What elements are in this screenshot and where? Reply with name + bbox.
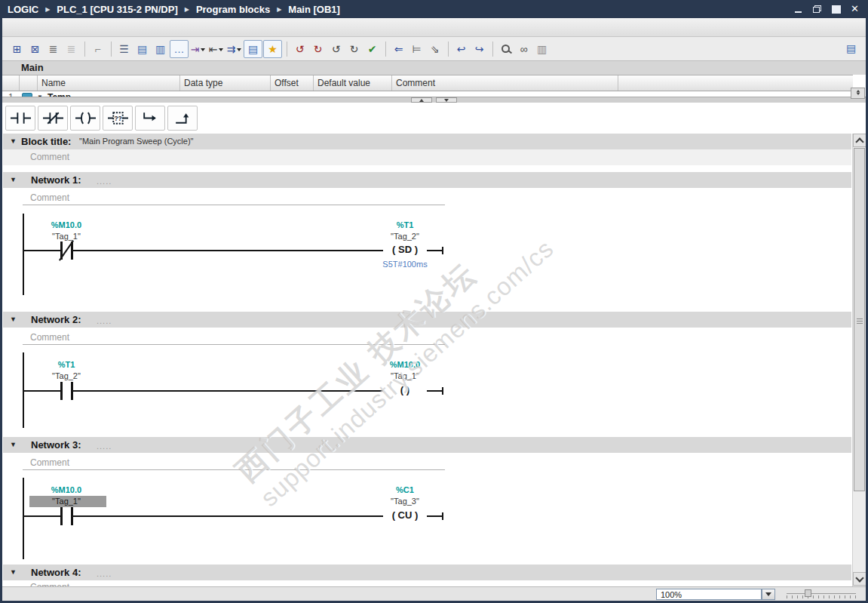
collapse-triangle-icon[interactable]: ▼: [10, 137, 17, 145]
editor-layout-icon[interactable]: ▤: [842, 40, 860, 57]
breadcrumb-item-program-blocks[interactable]: Program blocks: [196, 4, 270, 15]
zoom-dropdown-button[interactable]: [762, 589, 775, 600]
network-comments-icon[interactable]: ▤: [133, 41, 151, 57]
collapse-triangle-icon[interactable]: ▼: [10, 176, 17, 183]
insert-nc-contact-button[interactable]: [38, 106, 68, 131]
toolbar-right: ▤: [842, 40, 860, 57]
update-block-call-icon[interactable]: ↺: [327, 41, 345, 57]
network-2-title-placeholder[interactable]: .....: [97, 316, 112, 325]
network-2-header[interactable]: ▼ Network 2: .....: [3, 312, 851, 328]
operand-tag[interactable]: "Tag_3": [360, 497, 450, 506]
insert-no-contact-button[interactable]: [5, 106, 35, 131]
network-1-header[interactable]: ▼ Network 1: .....: [3, 172, 851, 188]
no-contact-tag2[interactable]: [60, 382, 73, 400]
delete-row-icon[interactable]: ≣: [63, 41, 80, 57]
favorites-star-icon[interactable]: ★: [263, 40, 282, 58]
insert-row-icon[interactable]: ≣: [44, 41, 62, 57]
operand-tag[interactable]: "Tag_2": [21, 371, 112, 380]
splitter-collapse-button[interactable]: [411, 97, 432, 103]
collapse-triangle-icon[interactable]: ▼: [10, 441, 17, 448]
free-comment-icon[interactable]: …: [170, 40, 189, 58]
no-contact-tag1[interactable]: [60, 507, 73, 525]
network-4-header[interactable]: ▼ Network 4: .....: [3, 565, 851, 580]
scrollbar-thumb[interactable]: [854, 148, 865, 491]
header-offset[interactable]: Offset: [270, 75, 313, 91]
insert-block-mid-icon[interactable]: ⇤: [207, 41, 225, 57]
breadcrumb-item-plc[interactable]: PLC_1 [CPU 315-2 PN/DP]: [57, 4, 177, 15]
insert-block-right-icon[interactable]: ⇉: [225, 41, 243, 57]
operand-address[interactable]: %T1: [21, 360, 112, 369]
output-coil[interactable]: ( ): [383, 384, 427, 396]
operand-tag[interactable]: "Tag_1": [360, 371, 450, 380]
splitter-expand-button[interactable]: [436, 97, 457, 103]
block-title-row[interactable]: ▼ Block title: "Main Program Sweep (Cycl…: [3, 134, 851, 149]
zoom-level-combo[interactable]: 100%: [656, 589, 762, 600]
header-default-value[interactable]: Default value: [313, 75, 391, 91]
operand-address[interactable]: %M10.0: [21, 485, 112, 494]
table-editor-splitter[interactable]: [2, 97, 866, 103]
operand-address[interactable]: %C1: [360, 485, 450, 494]
reset-start-values-icon[interactable]: ⌐: [89, 41, 106, 57]
zoom-slider[interactable]: [787, 589, 856, 600]
delete-network-icon[interactable]: ⊠: [26, 41, 44, 57]
header-data-type[interactable]: Data type: [179, 75, 270, 91]
close-branch-button[interactable]: [167, 106, 198, 131]
absolute-operands-icon[interactable]: ☰: [115, 41, 133, 57]
minimize-button[interactable]: [791, 3, 805, 15]
network-1-title-placeholder[interactable]: .....: [97, 177, 112, 186]
maximize-button[interactable]: [829, 3, 843, 15]
collapse-triangle-icon[interactable]: ▼: [10, 568, 17, 576]
sd-coil[interactable]: ( SD ): [383, 244, 427, 256]
block-comment-placeholder[interactable]: Comment: [30, 152, 69, 162]
network-2-comment-placeholder[interactable]: Comment: [30, 332, 69, 343]
next-point-of-use-icon[interactable]: ↪: [471, 41, 488, 57]
spectacles-monitor-icon[interactable]: ∞: [515, 41, 532, 57]
operand-address[interactable]: %M10.0: [21, 220, 112, 229]
insert-block-left-icon[interactable]: ⇥: [189, 41, 207, 57]
insert-empty-box-button[interactable]: ??: [103, 106, 133, 131]
operand-tag[interactable]: "Tag_1": [21, 232, 112, 241]
close-button[interactable]: ✕: [848, 3, 862, 15]
cu-coil[interactable]: ( CU ): [383, 509, 427, 521]
header-comment[interactable]: Comment: [391, 75, 618, 91]
insert-network-icon[interactable]: ⊞: [8, 41, 26, 57]
call-environment-icon[interactable]: ⇘: [426, 41, 443, 57]
compile-icon[interactable]: ✔: [363, 41, 381, 57]
interface-table-row-clipped[interactable]: 1 ▼ Temp: [2, 91, 853, 97]
expanded-mode-icon[interactable]: ▤: [244, 40, 262, 58]
editor-vertical-scrollbar[interactable]: [852, 134, 866, 586]
header-name[interactable]: Name: [37, 75, 179, 91]
network-3-comment-placeholder[interactable]: Comment: [30, 457, 69, 468]
breadcrumb-item-project[interactable]: LOGIC: [8, 4, 38, 15]
operand-address[interactable]: %M10.0: [360, 360, 450, 369]
timer-duration-value[interactable]: S5T#100ms: [360, 260, 450, 269]
toolbar-separator: [84, 42, 85, 57]
scroll-up-button[interactable]: [853, 134, 866, 147]
scroll-down-button[interactable]: [853, 572, 866, 586]
go-to-previous-error-icon[interactable]: ↺: [291, 41, 308, 57]
data-block-icon[interactable]: ▥: [533, 41, 551, 57]
favorites-pane-icon[interactable]: ▥: [152, 41, 169, 57]
call-structure-icon[interactable]: ⇐: [390, 41, 407, 57]
slider-thumb[interactable]: [805, 589, 811, 597]
network-1-comment-placeholder[interactable]: Comment: [30, 192, 69, 203]
operand-tag[interactable]: "Tag_2": [360, 232, 450, 241]
restore-button[interactable]: [810, 3, 824, 15]
insert-coil-button[interactable]: [70, 106, 100, 131]
breadcrumb-item-main-ob1[interactable]: Main [OB1]: [288, 4, 340, 15]
go-to-next-error-icon[interactable]: ↻: [309, 41, 327, 57]
search-icon[interactable]: [497, 41, 514, 57]
sync-block-icon[interactable]: ↻: [345, 41, 363, 57]
operand-tag-selected[interactable]: "Tag_1": [21, 497, 112, 506]
table-split-buttons[interactable]: [851, 88, 865, 99]
assignment-list-icon[interactable]: ⊨: [408, 41, 425, 57]
previous-point-of-use-icon[interactable]: ↩: [452, 41, 470, 57]
open-branch-button[interactable]: [135, 106, 165, 131]
network-4-title-placeholder[interactable]: .....: [97, 569, 112, 578]
network-3-header[interactable]: ▼ Network 3: .....: [3, 437, 851, 453]
network-3-title-placeholder[interactable]: .....: [97, 441, 112, 451]
operand-address[interactable]: %T1: [360, 220, 450, 229]
nc-contact-tag1[interactable]: [60, 242, 73, 260]
block-title-value[interactable]: "Main Program Sweep (Cycle)": [79, 137, 193, 146]
collapse-triangle-icon[interactable]: ▼: [10, 315, 17, 323]
